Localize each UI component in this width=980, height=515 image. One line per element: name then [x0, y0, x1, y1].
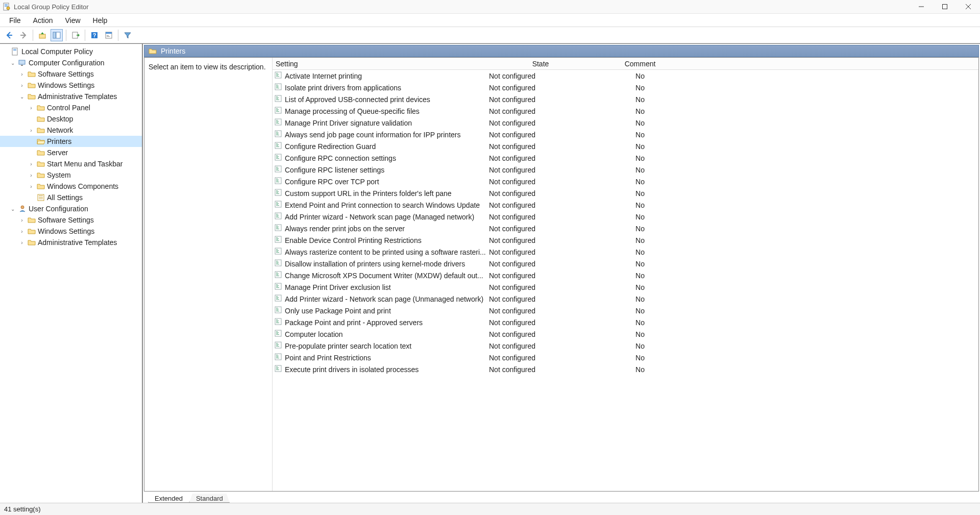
tree-control-panel[interactable]: › Control Panel	[0, 102, 142, 113]
setting-name: Pre-populate printer search location tex…	[285, 342, 411, 350]
tree-cc-admin-templates[interactable]: ⌄ Administrative Templates	[0, 91, 142, 102]
svg-rect-112	[276, 263, 278, 263]
policy-icon	[275, 318, 285, 327]
tree-desktop[interactable]: Desktop	[0, 113, 142, 125]
minimize-button[interactable]	[910, 0, 933, 14]
setting-row[interactable]: Enable Device Control Printing Restricti…	[273, 234, 978, 246]
menu-view[interactable]: View	[59, 15, 86, 26]
expand-icon[interactable]: ›	[28, 105, 35, 111]
expand-icon[interactable]: ›	[18, 71, 26, 77]
setting-row[interactable]: Only use Package Point and printNot conf…	[273, 305, 978, 316]
setting-row[interactable]: Always send job page count information f…	[273, 129, 978, 140]
svg-rect-72	[276, 169, 278, 169]
tree-server[interactable]: Server	[0, 147, 142, 158]
menu-action[interactable]: Action	[27, 15, 59, 26]
setting-name: Computer location	[285, 330, 343, 338]
back-button[interactable]	[3, 29, 15, 41]
setting-row[interactable]: Disallow installation of printers using …	[273, 258, 978, 269]
svg-point-4	[7, 7, 10, 10]
setting-row[interactable]: Manage Print Driver exclusion listNot co…	[273, 281, 978, 293]
close-button[interactable]	[957, 0, 980, 14]
svg-rect-63	[276, 146, 279, 147]
setting-row[interactable]: List of Approved USB-connected print dev…	[273, 93, 978, 105]
help-button[interactable]: ?	[88, 29, 101, 41]
status-text: 41 setting(s)	[4, 505, 41, 513]
tree-printers[interactable]: Printers	[0, 136, 142, 147]
tree-start-menu[interactable]: › Start Menu and Taskbar	[0, 158, 142, 169]
setting-name: Configure Redirection Guard	[285, 142, 376, 151]
tree-windows-components[interactable]: › Windows Components	[0, 181, 142, 192]
expand-icon[interactable]: ›	[28, 173, 35, 178]
tab-standard[interactable]: Standard	[189, 494, 230, 503]
svg-rect-57	[276, 134, 278, 134]
tree-network[interactable]: › Network	[0, 125, 142, 136]
setting-row[interactable]: Execute print drivers in isolated proces…	[273, 363, 978, 375]
setting-row[interactable]: Extend Point and Print connection to sea…	[273, 199, 978, 211]
svg-rect-157	[276, 369, 278, 369]
collapse-icon[interactable]: ⌄	[9, 60, 16, 66]
setting-row[interactable]: Add Printer wizard - Network scan page (…	[273, 293, 978, 305]
column-setting[interactable]: Setting	[273, 60, 487, 68]
tree-root[interactable]: Local Computer Policy	[0, 46, 142, 57]
tree-cc-software[interactable]: › Software Settings	[0, 68, 142, 80]
column-state[interactable]: State	[487, 60, 594, 68]
expand-icon[interactable]: ›	[18, 217, 26, 223]
tree-computer-config[interactable]: ⌄ Computer Configuration	[0, 57, 142, 68]
comment-cell: No	[594, 330, 686, 338]
setting-row[interactable]: Always rasterize content to be printed u…	[273, 246, 978, 258]
tree-pane[interactable]: Local Computer Policy ⌄ Computer Configu…	[0, 44, 143, 503]
tree-all-settings[interactable]: All Settings	[0, 192, 142, 203]
expand-icon[interactable]: ›	[18, 229, 26, 234]
setting-row[interactable]: Always render print jobs on the serverNo…	[273, 223, 978, 234]
collapse-icon[interactable]: ⌄	[9, 206, 16, 212]
menu-file[interactable]: File	[3, 15, 27, 26]
tree-uc-admin-templates[interactable]: › Administrative Templates	[0, 237, 142, 248]
maximize-button[interactable]	[933, 0, 957, 14]
setting-row[interactable]: Activate Internet printingNot configured…	[273, 70, 978, 82]
expand-icon[interactable]: ›	[28, 128, 35, 133]
setting-row[interactable]: Custom support URL in the Printers folde…	[273, 187, 978, 199]
list-body[interactable]: Activate Internet printingNot configured…	[273, 70, 978, 491]
filter-button[interactable]	[121, 29, 134, 41]
setting-row[interactable]: Computer locationNot configuredNo	[273, 328, 978, 340]
export-button[interactable]	[69, 29, 82, 41]
tab-extended[interactable]: Extended	[148, 494, 189, 503]
setting-row[interactable]: Pre-populate printer search location tex…	[273, 340, 978, 352]
menu-help[interactable]: Help	[87, 15, 114, 26]
properties-button[interactable]	[103, 29, 115, 41]
tree-user-config[interactable]: ⌄ User Configuration	[0, 203, 142, 214]
folder-icon	[28, 216, 36, 224]
up-button[interactable]	[36, 29, 48, 41]
setting-row[interactable]: Point and Print RestrictionsNot configur…	[273, 352, 978, 363]
setting-row[interactable]: Isolate print drivers from applicationsN…	[273, 82, 978, 93]
expand-icon[interactable]: ›	[18, 83, 26, 88]
setting-name: Add Printer wizard - Network scan page (…	[285, 295, 483, 303]
comment-cell: No	[594, 283, 686, 291]
expand-icon[interactable]: ›	[28, 161, 35, 167]
setting-row[interactable]: Add Printer wizard - Network scan page (…	[273, 211, 978, 223]
forward-button[interactable]	[17, 29, 30, 41]
collapse-icon[interactable]: ⌄	[18, 94, 26, 100]
setting-row[interactable]: Configure RPC listener settingsNot confi…	[273, 164, 978, 176]
tree-cc-windows[interactable]: › Windows Settings	[0, 80, 142, 91]
setting-row[interactable]: Package Point and print - Approved serve…	[273, 316, 978, 328]
expand-icon[interactable]: ›	[18, 240, 26, 246]
setting-row[interactable]: Change Microsoft XPS Document Writer (MX…	[273, 269, 978, 281]
setting-cell: Manage Print Driver exclusion list	[273, 283, 487, 291]
column-comment[interactable]: Comment	[594, 60, 686, 68]
state-cell: Not configured	[487, 189, 594, 198]
folder-icon	[37, 182, 45, 190]
show-hide-tree-button[interactable]	[51, 29, 63, 41]
setting-row[interactable]: Manage processing of Queue-specific file…	[273, 105, 978, 117]
setting-row[interactable]: Configure Redirection GuardNot configure…	[273, 140, 978, 152]
tree-uc-software[interactable]: › Software Settings	[0, 214, 142, 226]
svg-rect-25	[39, 195, 43, 196]
tree-system[interactable]: › System	[0, 169, 142, 181]
expand-icon[interactable]: ›	[28, 184, 35, 189]
policy-icon	[275, 259, 285, 268]
setting-row[interactable]: Manage Print Driver signature validation…	[273, 117, 978, 129]
setting-row[interactable]: Configure RPC connection settingsNot con…	[273, 152, 978, 164]
tree-uc-windows[interactable]: › Windows Settings	[0, 226, 142, 237]
svg-rect-52	[276, 122, 278, 122]
setting-row[interactable]: Configure RPC over TCP portNot configure…	[273, 176, 978, 187]
